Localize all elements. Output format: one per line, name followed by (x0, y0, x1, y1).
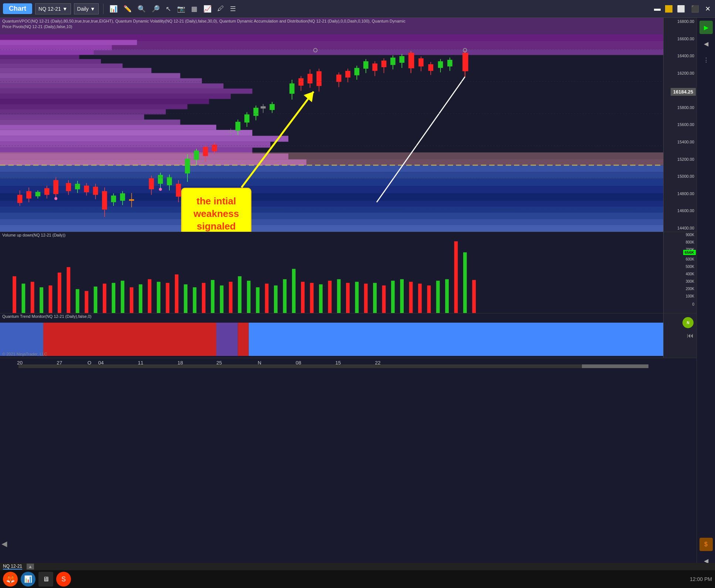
sidebar-icon-1[interactable]: ◀ (699, 37, 713, 50)
vol-600k: 600K (686, 257, 694, 261)
vol-900k: 900K (686, 233, 694, 237)
svg-rect-30 (0, 165, 663, 172)
minimize-icon[interactable]: ▬ (653, 3, 662, 14)
price-14400: 14400.00 (664, 226, 697, 230)
taskbar-firefox-icon[interactable]: 🦊 (3, 572, 18, 587)
price-14600: 14600.00 (664, 208, 697, 213)
vol-300k: 300K (686, 279, 694, 283)
sidebar-icon-orange[interactable]: $ (699, 538, 713, 551)
svg-rect-43 (17, 195, 23, 203)
svg-rect-37 (0, 213, 663, 219)
vol-200k: 200K (686, 287, 694, 291)
svg-rect-93 (270, 104, 275, 110)
svg-rect-35 (0, 201, 663, 207)
sidebar-icon-green[interactable]: ▶ (699, 21, 713, 34)
svg-rect-51 (53, 180, 58, 194)
camera-icon[interactable]: 📷 (176, 3, 187, 14)
trend-svg (0, 321, 663, 358)
copyright: © 2021 NinjaTrader, LLC (2, 352, 47, 356)
zoom-in-icon[interactable]: 🔍 (136, 3, 147, 14)
price-panel[interactable]: QuantumVPOC(NQ 12-21 (Daily),80,50,true,… (0, 18, 697, 232)
main-area: QuantumVPOC(NQ 12-21 (Daily),80,50,true,… (0, 18, 715, 570)
svg-rect-103 (336, 75, 342, 82)
cursor-icon[interactable]: ↖ (164, 3, 173, 14)
svg-rect-33 (0, 186, 663, 193)
price-15200: 15200.00 (664, 157, 697, 162)
svg-rect-117 (399, 56, 404, 63)
svg-rect-53 (66, 183, 71, 191)
svg-rect-18 (0, 104, 187, 109)
bar-chart-icon[interactable]: 📊 (108, 3, 119, 14)
volume-panel[interactable]: Volume up down(NQ 12-21 (Daily)) (0, 232, 697, 313)
svg-point-132 (159, 188, 162, 191)
zoom-out-icon[interactable]: 🔎 (150, 3, 161, 14)
annotation-text: the intial weakness signaled here (182, 191, 250, 232)
vol-current: 656K (683, 250, 696, 255)
h-scrollbar[interactable] (18, 364, 648, 368)
price-16600: 16600.00 (664, 37, 697, 41)
mini-tab-nq[interactable]: NQ 12-21 (3, 564, 22, 570)
svg-rect-101 (316, 71, 322, 86)
svg-rect-99 (308, 74, 313, 84)
vol-scale: 900K 800K 700K 656K 600K 500K 400K 300K … (663, 232, 697, 313)
color-icon[interactable] (665, 5, 672, 13)
svg-rect-34 (0, 193, 663, 201)
close-icon[interactable]: ✕ (704, 3, 712, 14)
price-15000: 15000.00 (664, 174, 697, 179)
svg-rect-129 (462, 53, 468, 71)
svg-rect-38 (0, 219, 663, 225)
price-chart-svg[interactable] (0, 18, 663, 232)
template-icon[interactable]: ▦ (190, 3, 199, 14)
svg-rect-201 (216, 323, 238, 356)
svg-rect-199 (0, 323, 43, 356)
restore-icon[interactable]: ⬜ (675, 3, 687, 14)
taskbar-app4-icon[interactable]: S (56, 572, 71, 587)
svg-rect-115 (390, 58, 396, 65)
taskbar-app3-icon[interactable]: 🖥 (38, 572, 53, 587)
svg-rect-89 (253, 108, 258, 116)
symbol-dropdown[interactable]: NQ 12-21 ▼ (35, 3, 71, 14)
draw-icon[interactable]: 🖊 (216, 3, 226, 14)
timeframe-dropdown[interactable]: Daily ▼ (74, 3, 99, 14)
indicator-icon[interactable]: 📈 (202, 3, 213, 14)
toolbar: Chart NQ 12-21 ▼ Daily ▼ 📊 ✏️ 🔍 🔎 ↖ 📷 ▦ … (0, 0, 715, 18)
trend-arrow-left[interactable]: ⏮ (687, 332, 694, 340)
annotation-bubble: the intial weakness signaled here (181, 188, 251, 232)
mini-tab-add[interactable]: ▲ (27, 564, 34, 570)
trend-monitor-panel[interactable]: Quantum Trend Monitor(NQ 12-21 (Daily),f… (0, 313, 697, 358)
svg-rect-19 (0, 109, 166, 115)
svg-rect-40 (0, 159, 663, 165)
chart-tab[interactable]: Chart (3, 3, 32, 14)
svg-rect-1 (0, 18, 663, 34)
right-sidebar: ▶ ◀ ⋮ $ ◀ (697, 18, 715, 570)
svg-rect-63 (111, 196, 116, 202)
maximize-icon[interactable]: ⬛ (689, 3, 701, 14)
svg-rect-7 (0, 50, 94, 55)
pencil-icon[interactable]: ✏️ (122, 3, 133, 14)
price-16800: 16800.00 (664, 19, 697, 24)
taskbar-app2-icon[interactable]: 📊 (21, 572, 35, 587)
vol-800k: 800K (686, 240, 694, 244)
vol-500k: 500K (686, 265, 694, 269)
svg-rect-59 (93, 187, 98, 195)
svg-rect-107 (354, 68, 359, 75)
svg-rect-87 (244, 115, 250, 123)
svg-rect-75 (176, 184, 181, 197)
x-axis: 20 27 O 04 11 18 25 N 08 15 22 (0, 358, 697, 368)
h-scrollbar-thumb[interactable] (582, 364, 648, 368)
price-14800: 14800.00 (664, 191, 697, 196)
svg-rect-73 (167, 177, 172, 185)
trend-indicator-green: N (682, 317, 694, 328)
left-scroll-button[interactable]: ◀ (1, 539, 7, 548)
svg-rect-15 (0, 89, 253, 94)
svg-rect-203 (249, 323, 663, 356)
svg-rect-91 (261, 106, 266, 109)
svg-rect-32 (0, 179, 663, 186)
menu-icon[interactable]: ☰ (228, 3, 237, 14)
sidebar-icon-2[interactable]: ⋮ (699, 53, 713, 67)
svg-rect-57 (84, 186, 89, 192)
svg-point-131 (54, 197, 57, 200)
svg-rect-69 (149, 178, 154, 189)
svg-rect-95 (289, 84, 295, 94)
svg-rect-111 (372, 64, 377, 71)
